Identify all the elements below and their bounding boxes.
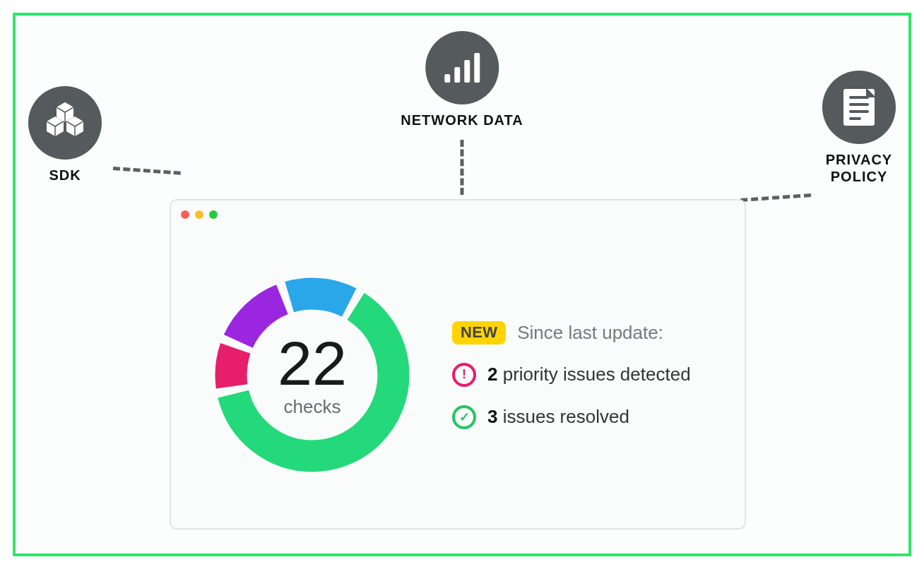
node-privacy-label: PRIVACY POLICY	[826, 151, 892, 185]
cubes-icon	[44, 104, 86, 142]
resolved-count: 3	[487, 406, 497, 427]
since-row: NEW Since last update:	[452, 321, 691, 345]
priority-row: ! 2 priority issues detected	[452, 363, 691, 387]
node-network-label: NETWORK DATA	[401, 112, 523, 128]
node-sdk-label: SDK	[49, 167, 81, 184]
traffic-light-minimize-icon[interactable]	[195, 210, 203, 219]
bars-icon	[444, 53, 480, 83]
connector-sdk	[113, 167, 181, 175]
new-badge: NEW	[452, 321, 506, 345]
priority-count: 2	[487, 364, 497, 385]
network-icon-circle	[425, 31, 499, 104]
resolved-label: issues resolved	[503, 406, 629, 427]
priority-text: 2 priority issues detected	[487, 364, 691, 385]
details-panel: NEW Since last update: ! 2 priority issu…	[452, 321, 691, 429]
node-privacy: PRIVACY POLICY	[822, 71, 896, 185]
resolved-row: ✓ 3 issues resolved	[452, 405, 691, 429]
node-sdk: SDK	[28, 86, 102, 184]
app-body: 22 checks NEW Since last update: ! 2 pri…	[171, 229, 745, 528]
connector-network	[461, 140, 464, 195]
donut-center: 22 checks	[206, 269, 418, 481]
checks-label: checks	[284, 396, 341, 418]
node-network: NETWORK DATA	[401, 31, 523, 128]
since-label: Since last update:	[517, 322, 663, 344]
privacy-icon-circle	[822, 71, 896, 144]
checks-value: 22	[278, 333, 347, 395]
alert-icon: !	[452, 363, 476, 387]
connector-privacy	[740, 193, 811, 202]
resolved-text: 3 issues resolved	[487, 406, 629, 428]
app-window: 22 checks NEW Since last update: ! 2 pri…	[170, 199, 746, 529]
checks-donut-chart: 22 checks	[206, 269, 418, 481]
check-icon: ✓	[452, 405, 476, 429]
window-titlebar	[171, 200, 745, 229]
traffic-light-zoom-icon[interactable]	[209, 210, 218, 219]
document-icon	[843, 89, 875, 126]
sdk-icon-circle	[28, 86, 102, 160]
priority-label: priority issues detected	[503, 364, 691, 385]
diagram-frame: SDK NETWORK DATA PRIVACY POLICY	[13, 13, 911, 556]
traffic-light-close-icon[interactable]	[181, 210, 189, 219]
